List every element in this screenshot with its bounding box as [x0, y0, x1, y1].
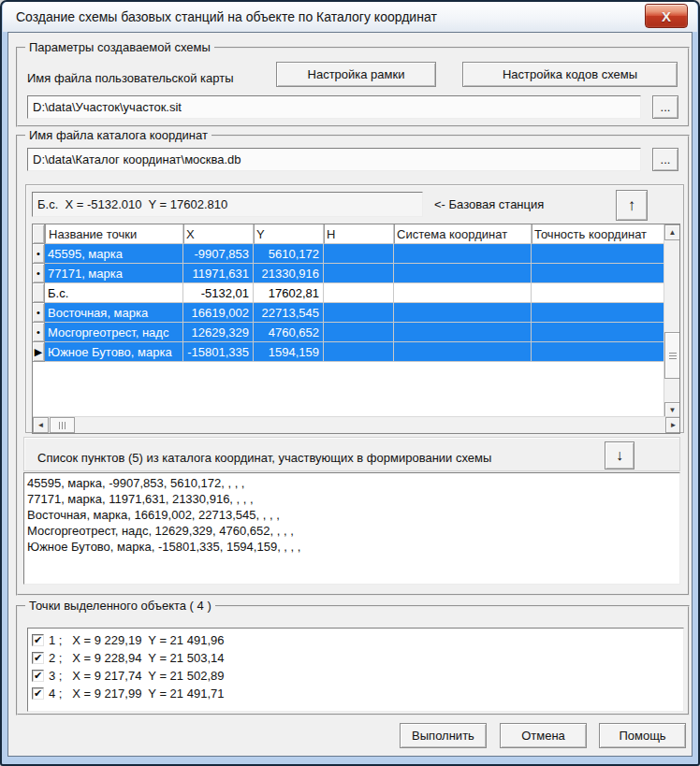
arrow-up-icon: ↑: [628, 196, 636, 215]
map-file-label: Имя файла пользовательской карты: [27, 71, 234, 85]
cell-h: [324, 283, 394, 303]
cell-y: 5610,172: [254, 244, 324, 264]
scroll-down-icon: ▼: [669, 406, 677, 414]
grid-header-accuracy[interactable]: Точность координат: [532, 224, 665, 244]
scroll-right-button[interactable]: ►: [665, 417, 680, 433]
grid-row-current[interactable]: ▶ Южное Бутово, марка -15801,335 1594,15…: [33, 342, 665, 362]
cell-accuracy: [532, 323, 665, 342]
base-station-panel: Б.с. X = -5132.010 Y = 17602.810 <- Базо…: [25, 184, 684, 433]
list-item[interactable]: 77171, марка, 11971,631, 21330,916, , , …: [27, 491, 679, 507]
execute-button[interactable]: Выполнить: [400, 723, 487, 748]
points-list-label: Список пунктов (5) из каталога координат…: [37, 451, 491, 465]
grid-header-indicator: [33, 224, 45, 244]
cell-system: [394, 303, 532, 323]
grid-header-x[interactable]: X: [183, 224, 254, 244]
grid-header-system[interactable]: Система координат: [394, 224, 532, 244]
scroll-up-icon: ▲: [669, 228, 677, 237]
cell-system: [394, 283, 532, 303]
points-listbox[interactable]: 45595, марка, -9907,853, 5610,172, , , ,…: [23, 472, 680, 585]
group-scheme-params-title: Параметры создаваемой схемы: [25, 40, 214, 54]
list-item[interactable]: Восточная, марка, 16619,002, 22713,545, …: [27, 507, 679, 523]
cell-y: 4760,652: [254, 323, 324, 342]
row-indicator: •: [33, 303, 45, 323]
catalog-file-input[interactable]: D:\data\Каталог координат\москва.db: [27, 148, 641, 171]
base-station-label: <- Базовая станция: [434, 197, 544, 211]
checkmark-icon: ✔: [34, 635, 42, 645]
row-indicator: •: [33, 244, 45, 264]
group-object-points-title: Точки выделенного объекта ( 4 ): [25, 599, 215, 613]
list-item[interactable]: Мосгоргеотрест, надс, 12629,329, 4760,65…: [27, 523, 679, 539]
grid-header-h[interactable]: H: [324, 224, 394, 244]
grid-header-y[interactable]: Y: [254, 224, 324, 244]
cell-accuracy: [532, 342, 665, 362]
frame-settings-button[interactable]: Настройка рамки: [276, 62, 436, 87]
cell-name: Б.с.: [45, 283, 183, 303]
grid-header: Название точки X Y H Система координат Т…: [33, 224, 665, 244]
cell-system: [394, 244, 532, 264]
horizontal-scroll-thumb[interactable]: [50, 417, 75, 433]
cell-x: 16619,002: [183, 303, 254, 323]
point-coordinates-label: 3 ; X = 9 217,74 Y = 21 502,89: [49, 669, 224, 683]
cell-h: [324, 303, 394, 323]
checkmark-icon: ✔: [34, 688, 42, 699]
point-coordinates-label: 2 ; X = 9 228,94 Y = 21 503,14: [49, 651, 224, 665]
cell-x: 12629,329: [183, 323, 254, 342]
grid-horizontal-scrollbar[interactable]: ◄ ►: [33, 416, 680, 433]
coordinates-grid: Название точки X Y H Система координат Т…: [32, 224, 680, 434]
cell-x: -9907,853: [183, 244, 254, 264]
group-catalog-file-title: Имя файла каталога координат: [25, 128, 211, 142]
point-checkbox[interactable]: ✔: [32, 687, 44, 700]
move-up-button[interactable]: ↑: [616, 190, 648, 221]
list-item[interactable]: ✔ 4 ; X = 9 217,99 Y = 21 491,71: [32, 685, 683, 702]
cell-y: 17602,81: [254, 283, 324, 303]
cell-h: [324, 323, 394, 342]
titlebar[interactable]: Создание схемы базовых станций на объект…: [3, 2, 697, 32]
cell-y: 22713,545: [254, 303, 324, 323]
grid-vertical-scrollbar[interactable]: ▲ ▼: [664, 224, 679, 418]
scroll-left-button[interactable]: ◄: [33, 417, 49, 433]
group-object-points: Точки выделенного объекта ( 4 ) ✔ 1 ; X …: [16, 605, 690, 715]
scheme-codes-settings-button[interactable]: Настройка кодов схемы: [462, 62, 678, 87]
grid-row[interactable]: • 77171, марка 11971,631 21330,916: [33, 264, 665, 283]
vertical-scroll-thumb[interactable]: [664, 332, 680, 379]
dialog-client-area: Параметры создаваемой схемы Имя файла по…: [7, 32, 693, 757]
cell-name: Южное Бутово, марка: [45, 342, 183, 362]
cancel-button[interactable]: Отмена: [500, 723, 587, 748]
cell-system: [394, 342, 532, 362]
cell-y: 21330,916: [254, 264, 324, 283]
checkmark-icon: ✔: [34, 653, 42, 663]
scroll-up-button[interactable]: ▲: [664, 224, 680, 240]
list-item[interactable]: 45595, марка, -9907,853, 5610,172, , , ,: [27, 475, 679, 491]
help-button[interactable]: Помощь: [599, 723, 686, 748]
row-indicator: •: [33, 323, 45, 342]
cell-name: Восточная, марка: [45, 303, 183, 323]
catalog-file-browse-button[interactable]: ...: [652, 148, 678, 171]
scroll-left-icon: ◄: [37, 421, 45, 429]
list-item[interactable]: Южное Бутово, марка, -15801,335, 1594,15…: [27, 539, 679, 555]
list-item[interactable]: ✔ 3 ; X = 9 217,74 Y = 21 502,89: [32, 667, 683, 685]
point-checkbox[interactable]: ✔: [32, 652, 44, 664]
cell-x: 11971,631: [183, 264, 254, 283]
grid-row[interactable]: • 45595, марка -9907,853 5610,172: [33, 244, 665, 264]
cell-name: Мосгоргеотрест, надс: [45, 323, 183, 342]
point-coordinates-label: 4 ; X = 9 217,99 Y = 21 491,71: [49, 687, 224, 701]
point-checkbox[interactable]: ✔: [32, 634, 44, 646]
row-indicator: [33, 283, 45, 303]
cell-system: [394, 323, 532, 342]
move-down-button[interactable]: ↓: [605, 441, 634, 470]
close-button[interactable]: X: [645, 4, 688, 28]
grid-row[interactable]: Б.с. -5132,01 17602,81: [33, 283, 665, 303]
grid-row[interactable]: • Восточная, марка 16619,002 22713,545: [33, 303, 665, 323]
thumb-grip-icon: [59, 422, 66, 429]
point-checkbox[interactable]: ✔: [32, 670, 44, 682]
list-item[interactable]: ✔ 1 ; X = 9 229,19 Y = 21 491,96: [32, 631, 683, 649]
map-file-browse-button[interactable]: ...: [652, 95, 678, 119]
grid-row[interactable]: • Мосгоргеотрест, надс 12629,329 4760,65…: [33, 323, 665, 342]
object-points-listbox[interactable]: ✔ 1 ; X = 9 229,19 Y = 21 491,96 ✔ 2 ; X…: [27, 628, 684, 712]
grid-header-name[interactable]: Название точки: [45, 224, 183, 244]
cell-h: [324, 342, 394, 362]
list-item[interactable]: ✔ 2 ; X = 9 228,94 Y = 21 503,14: [32, 649, 683, 667]
map-file-input[interactable]: D:\data\Участок\участок.sit: [27, 95, 641, 119]
current-row-indicator: ▶: [33, 342, 45, 362]
cell-x: -15801,335: [183, 342, 254, 362]
